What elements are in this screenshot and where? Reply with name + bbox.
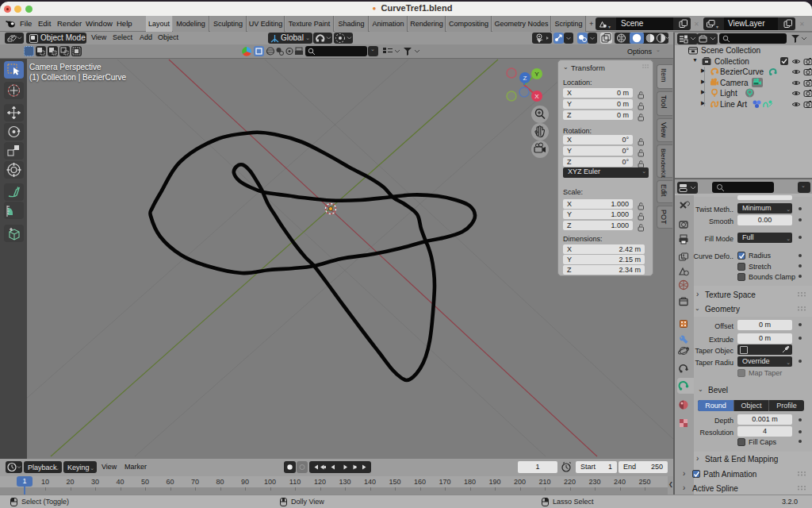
- svg-text:X: X: [534, 93, 539, 100]
- svg-text:Z: Z: [523, 75, 527, 82]
- svg-text:Y: Y: [534, 71, 539, 78]
